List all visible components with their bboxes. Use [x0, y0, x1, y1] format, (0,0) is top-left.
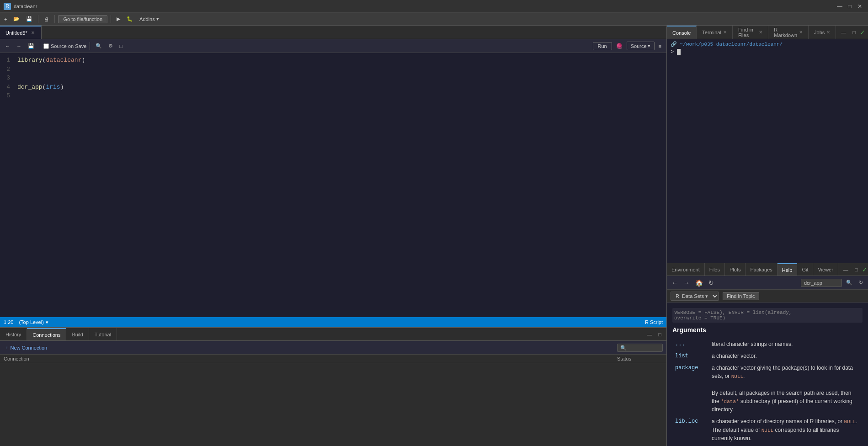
datasets-bar: R: Data Sets ▾ Find in Topic [667, 290, 868, 303]
script-type[interactable]: R Script [645, 319, 663, 325]
env-panel-controls: — □ ✓ [838, 266, 868, 273]
bottom-panel-minimize[interactable]: — [644, 331, 654, 338]
tab-find-files[interactable]: Find in Files ✕ [733, 26, 768, 39]
editor-save-btn[interactable]: 💾 [26, 42, 37, 50]
editor-tab-untitled5[interactable]: Untitled5* ✕ [0, 26, 42, 39]
editor-toolbar: ← → 💾 Source on Save 🔍 ⚙ □ Run 🧶 Sou [0, 39, 666, 53]
find-files-close[interactable]: ✕ [759, 30, 762, 35]
addins-label: Addins [139, 16, 155, 22]
new-file-btn[interactable]: + [2, 16, 9, 23]
bottom-tab-bar: History Connections Build Tutorial — □ [0, 328, 666, 341]
terminal-close[interactable]: ✕ [723, 30, 727, 35]
run-btn[interactable]: Run [593, 42, 612, 50]
tab-packages[interactable]: Packages [746, 263, 777, 276]
code-content[interactable]: library(datacleanr) dcr_app(iris) [14, 53, 666, 317]
help-scroll-preview: VERBOSE = FALSE), ENVIR = list(already, … [672, 308, 863, 323]
source-btn[interactable]: Source ▾ [627, 42, 655, 50]
tab-help[interactable]: Help [777, 263, 798, 276]
left-panel: Untitled5* ✕ ← → 💾 Source on Save 🔍 ⚙ □ [0, 26, 667, 446]
find-in-topic-btn[interactable]: Find in Topic [723, 292, 759, 300]
env-check: ✓ [862, 266, 868, 273]
tab-history[interactable]: History [0, 328, 27, 340]
env-search-btn[interactable]: 🔍 [844, 279, 855, 287]
code-editor[interactable]: 1 2 3 4 5 library(datacleanr) dcr_app(ir… [0, 53, 666, 317]
env-refresh2-btn[interactable]: ↻ [857, 279, 865, 287]
source-on-save-label[interactable]: Source on Save [43, 43, 86, 49]
bottom-panel-maximize[interactable]: □ [656, 331, 664, 338]
editor-back-btn[interactable]: ← [3, 42, 12, 50]
editor-sep-2 [90, 42, 90, 50]
code-line-2 [17, 65, 663, 74]
path-icon: 🔗 [671, 42, 677, 47]
tab-console[interactable]: Console [667, 26, 697, 39]
window-minimize[interactable]: — [835, 2, 844, 11]
help-arguments-table: ... literal character strings or names. … [672, 338, 863, 446]
editor-sep-1 [40, 42, 40, 50]
tab-git[interactable]: Git [797, 263, 813, 276]
run-toolbar-btn[interactable]: ▶ [114, 15, 122, 23]
tab-files[interactable]: Files [705, 263, 725, 276]
tab-jobs[interactable]: Jobs ✕ [809, 26, 836, 39]
tab-viewer[interactable]: Viewer [813, 263, 838, 276]
connection-col-name: Connection [4, 356, 617, 361]
tab-environment[interactable]: Environment [667, 263, 705, 276]
jobs-close[interactable]: ✕ [826, 30, 830, 35]
console-maximize[interactable]: □ [850, 29, 858, 36]
new-connection-btn[interactable]: + New Connection [4, 344, 49, 351]
console-minimize[interactable]: — [839, 29, 848, 36]
editor-block-btn[interactable]: □ [117, 42, 125, 50]
print-btn[interactable]: 🖨 [42, 16, 51, 23]
connections-search[interactable] [617, 344, 663, 352]
knit-btn[interactable]: 🧶 [614, 42, 625, 50]
tab-connections[interactable]: Connections [27, 328, 66, 340]
editor-options-btn[interactable]: ≡ [656, 42, 664, 50]
tab-terminal[interactable]: Terminal ✕ [697, 26, 733, 39]
editor-tab-bar: Untitled5* ✕ [0, 26, 666, 39]
addins-btn[interactable]: Addins ▾ [137, 15, 161, 23]
tab-r-markdown[interactable]: R Markdown ✕ [768, 26, 809, 39]
run-label: Run [598, 43, 607, 49]
editor-forward-btn[interactable]: → [14, 42, 24, 50]
env-forward-btn[interactable]: → [682, 278, 692, 287]
window-close[interactable]: ✕ [855, 2, 864, 11]
connection-col-status: Status [617, 356, 663, 361]
env-refresh-btn[interactable]: ↻ [707, 278, 716, 287]
console-tab-bar: Console Terminal ✕ Find in Files ✕ R Mar… [667, 26, 868, 39]
tab-plots[interactable]: Plots [725, 263, 746, 276]
editor-search-btn[interactable]: 🔍 [93, 42, 104, 50]
window-title: datacleanr [14, 4, 37, 9]
window-title-bar: R datacleanr — □ ✕ [0, 0, 868, 13]
env-search-input[interactable] [801, 279, 842, 287]
console-area[interactable]: 🔗 ~/work/p035_datacleanr/datacleanr/ > [667, 39, 868, 263]
tab-tutorial[interactable]: Tutorial [89, 328, 117, 340]
save-file-btn[interactable]: 💾 [24, 15, 35, 23]
help-param-dots: ... literal character strings or names. [672, 338, 863, 350]
right-bottom-panel: Environment Files Plots Packages Help Gi… [667, 263, 868, 446]
code-line-3 [17, 74, 663, 83]
window-restore[interactable]: □ [845, 2, 854, 11]
separator-1 [38, 15, 38, 23]
editor-status-bar: 1:20 (Top Level) ▾ R Script [0, 317, 666, 327]
connections-toolbar: + New Connection [0, 341, 666, 355]
env-maximize[interactable]: □ [852, 266, 860, 273]
scope-arrow: ▾ [46, 319, 48, 325]
source-arrow: ▾ [648, 43, 650, 49]
env-back-btn[interactable]: ← [670, 278, 680, 287]
tab-close-btn[interactable]: ✕ [30, 30, 36, 36]
debug-btn[interactable]: 🐛 [124, 15, 135, 23]
help-param-package: package a character vector giving the pa… [672, 362, 863, 415]
editor-tools-btn[interactable]: ⚙ [106, 42, 115, 50]
right-panel: Console Terminal ✕ Find in Files ✕ R Mar… [667, 26, 868, 446]
open-file-btn[interactable]: 📂 [11, 15, 22, 23]
datasets-dropdown[interactable]: R: Data Sets ▾ [671, 292, 719, 301]
editor-pane: Untitled5* ✕ ← → 💾 Source on Save 🔍 ⚙ □ [0, 26, 667, 327]
cursor-position: 1:20 [4, 319, 13, 325]
arguments-title: Arguments [672, 326, 863, 334]
r-markdown-close[interactable]: ✕ [799, 30, 803, 35]
tab-build[interactable]: Build [66, 328, 89, 340]
env-home-btn[interactable]: 🏠 [693, 278, 705, 287]
env-minimize[interactable]: — [841, 266, 851, 273]
go-to-file-btn[interactable]: Go to file/function [58, 15, 107, 23]
separator-3 [111, 15, 111, 23]
source-on-save-checkbox[interactable] [43, 43, 49, 49]
